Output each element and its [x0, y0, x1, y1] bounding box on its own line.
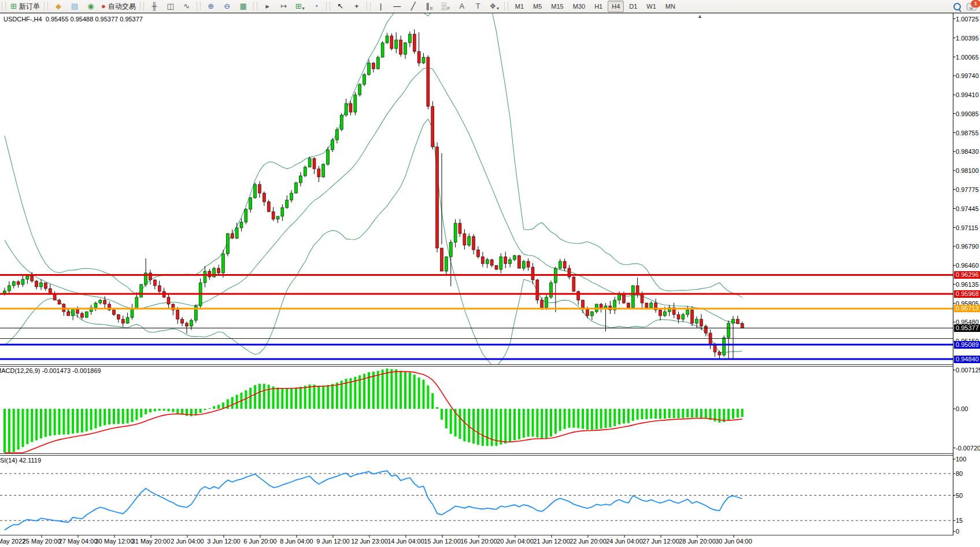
candle-body — [58, 300, 61, 304]
toolbar-group-grip — [44, 2, 48, 10]
text-label-icon[interactable]: T — [471, 1, 486, 12]
chart-shift-marker-icon: ▲ — [697, 13, 702, 19]
time-label: 28 Jun 20:00 — [679, 538, 716, 545]
candle-body — [345, 104, 347, 115]
candle-body — [627, 303, 630, 308]
candle-body — [317, 169, 320, 177]
vertical-line-icon[interactable]: | — [373, 1, 389, 12]
alerts-icon[interactable]: ◆ — [51, 1, 66, 12]
publisher-icon[interactable]: ▤ — [67, 1, 82, 12]
shapes-icon-sub: ▾ — [497, 6, 499, 12]
shapes-icon[interactable]: ❖▾ — [487, 1, 502, 12]
notification-badge: 1 — [971, 0, 980, 8]
new-order-icon: ⊞ — [10, 1, 17, 12]
tile-windows-icon[interactable]: ▦ — [236, 1, 251, 12]
time-label: 9 Jun 12:00 — [316, 538, 350, 545]
candle-body — [713, 345, 716, 352]
candle-body — [682, 315, 685, 319]
timeframe-w1[interactable]: W1 — [642, 1, 660, 12]
candle-body — [400, 40, 402, 54]
macd-histogram — [5, 368, 742, 453]
cursor-icon[interactable]: ↖ — [333, 1, 348, 12]
rsi-label: RSI(14) 42.1119 — [0, 457, 41, 464]
candle-body — [26, 276, 29, 279]
timeframe-m5[interactable]: M5 — [529, 1, 546, 12]
bar-chart-icon: ╫ — [151, 1, 157, 12]
trendline-icon[interactable]: ╱ — [406, 1, 421, 12]
price-tick: 1.00725 — [956, 16, 979, 23]
price-tick: 0.98430 — [956, 148, 979, 155]
auto-scroll-icon[interactable]: ▸ — [260, 1, 275, 12]
candle-body — [541, 300, 543, 308]
candle-body — [126, 317, 129, 323]
line-chart-icon[interactable]: ∿ — [179, 1, 194, 12]
zoom-in-icon[interactable]: ⊕ — [204, 1, 219, 12]
candlestick-chart-icon[interactable]: ◫ — [163, 1, 178, 12]
candle-body — [135, 297, 138, 309]
equidistant-channel-icon-sub: E — [430, 6, 433, 12]
autotrading-button[interactable]: ●自动交易 — [99, 1, 138, 12]
zoom-out-icon: ⊖ — [224, 1, 230, 12]
candle-body — [121, 319, 124, 323]
chart-window[interactable]: USDCHF-,H4 0.95455 0.95488 0.95377 0.953… — [0, 13, 980, 547]
candle-body — [696, 319, 698, 323]
timeframe-m30[interactable]: M30 — [569, 1, 589, 12]
candle-body — [645, 303, 648, 308]
candle-body — [458, 223, 461, 234]
candle-body — [113, 310, 116, 315]
text-icon[interactable]: A — [454, 1, 469, 12]
timeframe-h4[interactable]: H4 — [608, 1, 624, 12]
candle-body — [650, 303, 653, 308]
timeframe-mn[interactable]: MN — [661, 1, 679, 12]
horizontal-line-icon[interactable]: — — [390, 1, 405, 12]
chart-canvas[interactable] — [0, 13, 980, 547]
zoom-out-icon[interactable]: ⊖ — [220, 1, 235, 12]
rsi-tick: 80 — [956, 470, 963, 477]
candle-body — [349, 104, 352, 112]
timeframe-h1[interactable]: H1 — [590, 1, 607, 12]
candle-body — [295, 183, 298, 193]
timeframe-m1[interactable]: M1 — [511, 1, 528, 12]
price-tick: 0.99740 — [956, 72, 979, 79]
price-label-box: 0.95377 — [954, 324, 980, 332]
candle-body — [441, 248, 443, 271]
timeframe-d1[interactable]: D1 — [625, 1, 641, 12]
candle-body — [718, 352, 721, 355]
candle-body — [276, 216, 279, 219]
notifications-button[interactable]: 1 — [967, 3, 977, 10]
crosshair-icon: + — [354, 1, 359, 12]
time-label: 24 Jun 04:00 — [606, 538, 643, 545]
news-radar-icon[interactable]: ◉ — [83, 1, 98, 12]
candle-body — [395, 40, 398, 49]
timeframe-m15[interactable]: M15 — [547, 1, 567, 12]
price-tick: 0.97115 — [956, 224, 978, 231]
equidistant-channel-icon[interactable]: ∥E — [422, 1, 437, 12]
new-order-button[interactable]: ⊞新订单 — [9, 1, 42, 12]
macd-label: MACD(12,26,9) -0.001473 -0.001869 — [0, 367, 101, 374]
crosshair-icon[interactable]: + — [349, 1, 364, 12]
bar-chart-icon[interactable]: ╫ — [147, 1, 162, 12]
new-chart-icon[interactable]: ⊞▾ — [293, 1, 308, 12]
candle-body — [486, 260, 489, 264]
fibonacci-icon[interactable]: ▒F — [438, 1, 453, 12]
time-label: 27 Jun 12:00 — [642, 538, 679, 545]
candle-body — [445, 257, 448, 271]
candle-body — [536, 280, 539, 300]
candle-body — [240, 222, 243, 228]
price-tick: 0.97445 — [956, 205, 979, 212]
candle-body — [103, 300, 106, 304]
price-tick: 0.96790 — [956, 243, 979, 250]
candle-body — [641, 294, 644, 303]
candle-body — [363, 75, 366, 84]
candle-body — [531, 267, 534, 280]
new-chart-icon: ⊞ — [295, 1, 302, 12]
chart-shift-icon[interactable]: ↦ — [276, 1, 291, 12]
candle-body — [327, 150, 330, 164]
search-icon[interactable] — [953, 3, 961, 10]
period-clock-icon[interactable]: ◔ — [309, 1, 324, 12]
text-icon: A — [459, 1, 464, 12]
candle-body — [517, 256, 520, 268]
candle-body — [472, 236, 475, 250]
candle-body — [513, 256, 516, 260]
rsi-tick: 15 — [956, 517, 963, 524]
